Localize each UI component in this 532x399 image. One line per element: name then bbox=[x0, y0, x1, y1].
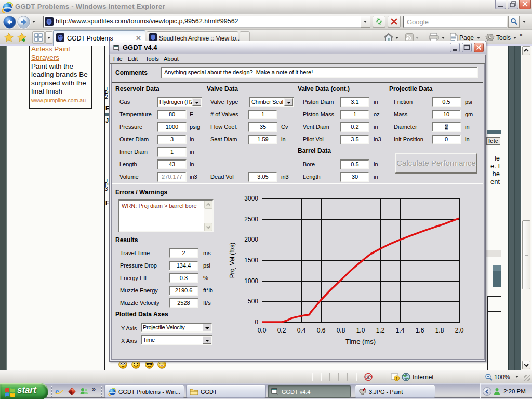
svg-text:Proj Vel (ft/s): Proj Vel (ft/s) bbox=[229, 243, 236, 278]
svg-text:1.2: 1.2 bbox=[376, 327, 385, 334]
svg-text:Time (ms): Time (ms) bbox=[345, 338, 376, 345]
svg-text:0.8: 0.8 bbox=[337, 327, 345, 334]
svg-text:1500: 1500 bbox=[244, 257, 258, 264]
svg-text:2000: 2000 bbox=[244, 236, 258, 243]
svg-text:e: e bbox=[55, 387, 59, 396]
svg-text:1.8: 1.8 bbox=[435, 327, 444, 334]
svg-text:2.0: 2.0 bbox=[455, 327, 464, 334]
svg-text:0.6: 0.6 bbox=[317, 327, 326, 334]
svg-text:0.4: 0.4 bbox=[297, 327, 306, 334]
svg-text:1.0: 1.0 bbox=[356, 327, 365, 334]
svg-text:0: 0 bbox=[255, 318, 258, 326]
svg-text:3000: 3000 bbox=[244, 195, 258, 202]
svg-text:500: 500 bbox=[248, 298, 258, 305]
svg-text:1.6: 1.6 bbox=[416, 327, 424, 334]
svg-text:2500: 2500 bbox=[244, 216, 258, 223]
svg-text:0.0: 0.0 bbox=[258, 327, 267, 334]
svg-text:1.4: 1.4 bbox=[396, 327, 405, 334]
svg-text:0.2: 0.2 bbox=[277, 327, 286, 334]
svg-text:1000: 1000 bbox=[244, 277, 258, 285]
